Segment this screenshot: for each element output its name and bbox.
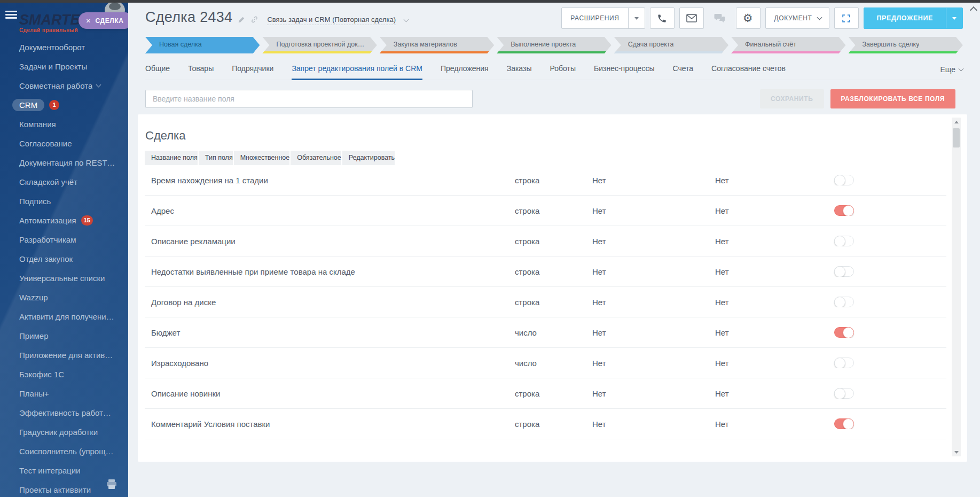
- sidebar-item[interactable]: Градусник доработки: [0, 422, 128, 441]
- sidebar-item[interactable]: Автоматизация 15: [0, 211, 128, 230]
- tab[interactable]: Общие: [145, 64, 170, 80]
- deal-stage[interactable]: Финальный счёт: [731, 37, 845, 53]
- field-required: Нет: [709, 267, 828, 276]
- dropdown-caret-icon[interactable]: [946, 17, 962, 20]
- field-type: число: [508, 359, 586, 368]
- sidebar-item[interactable]: Совместная работа: [0, 76, 128, 95]
- expand-button[interactable]: [834, 7, 859, 29]
- sidebar-item[interactable]: Пример: [0, 326, 128, 345]
- tab[interactable]: Подрядчики: [232, 64, 273, 80]
- field-multiple: Нет: [586, 420, 709, 429]
- edit-toggle[interactable]: [834, 236, 854, 246]
- sidebar-item[interactable]: Тест интеграции: [0, 461, 128, 480]
- sidebar-item[interactable]: Универсальные списки: [0, 268, 128, 288]
- tab[interactable]: Заказы: [507, 64, 532, 80]
- sidebar-item[interactable]: Согласование: [0, 134, 128, 153]
- field-type: строка: [508, 298, 586, 307]
- scrollbar-down-icon[interactable]: [952, 448, 961, 456]
- field-name: Израсходовано: [145, 359, 508, 368]
- stage-color-strip: [145, 51, 260, 53]
- sidebar-item[interactable]: Планы+: [0, 384, 128, 403]
- edit-pencil-icon[interactable]: [238, 16, 245, 24]
- tab-more[interactable]: Еще: [940, 65, 963, 80]
- sidebar-item[interactable]: Приложение для активити: [0, 345, 128, 364]
- phone-button[interactable]: [650, 7, 675, 29]
- sidebar-item[interactable]: Эффективность работы с...: [0, 403, 128, 422]
- envelope-icon: [686, 14, 697, 22]
- chat-button[interactable]: [709, 7, 731, 29]
- sidebar-item[interactable]: Wazzup: [0, 288, 128, 307]
- sidebar-item[interactable]: Бэкофис 1С: [0, 364, 128, 384]
- sidebar: SMARTБИ Сделай правильный × СДЕЛКА Докум…: [0, 0, 128, 497]
- edit-toggle[interactable]: [834, 327, 854, 338]
- field-name: Комментарий Условия поставки: [145, 420, 508, 429]
- close-icon[interactable]: ×: [86, 16, 91, 25]
- tab[interactable]: Товары: [188, 64, 214, 80]
- sidebar-item[interactable]: Документооборот: [0, 37, 128, 57]
- table-scrollbar[interactable]: [952, 118, 961, 456]
- save-button[interactable]: СОХРАНИТЬ: [760, 89, 824, 108]
- edit-toggle[interactable]: [834, 266, 854, 277]
- chevron-down-icon[interactable]: [404, 17, 409, 22]
- deal-slider-pill[interactable]: × СДЕЛКА: [79, 12, 128, 29]
- settings-button[interactable]: ⚙: [736, 7, 761, 29]
- related-link[interactable]: Связь задач и CRM (Повторная сделка): [267, 15, 396, 25]
- extensions-button[interactable]: РАСШИРЕНИЯ: [561, 7, 645, 29]
- sidebar-item[interactable]: Подпись: [0, 191, 128, 211]
- fields-table: Название поля Тип поля Множественное Обя…: [145, 151, 946, 439]
- deal-stage[interactable]: Закупка материалов: [380, 37, 494, 53]
- table-row: Комментарий Условия поставки строка Нет …: [145, 409, 946, 439]
- stage-color-strip: [380, 51, 494, 53]
- sidebar-item[interactable]: Задачи и Проекты: [0, 57, 128, 76]
- field-required: Нет: [709, 359, 828, 368]
- field-name: Недостатки выявленные при приеме товара …: [145, 267, 508, 276]
- tab[interactable]: Запрет редактирования полей в CRM: [292, 64, 422, 80]
- sidebar-item[interactable]: CRM 1: [0, 95, 128, 114]
- scrollbar-up-icon[interactable]: [952, 118, 961, 126]
- sidebar-item[interactable]: Складской учёт: [0, 172, 128, 191]
- edit-toggle[interactable]: [834, 175, 854, 185]
- sidebar-item[interactable]: Соисполнитель (упрощё...: [0, 441, 128, 461]
- tab[interactable]: Бизнес-процессы: [594, 64, 654, 80]
- field-type: число: [508, 328, 586, 337]
- deal-stage[interactable]: Новая сделка: [145, 37, 260, 53]
- sidebar-item[interactable]: Отдел закупок: [0, 249, 128, 268]
- edit-toggle[interactable]: [834, 388, 854, 399]
- sidebar-item[interactable]: Компания: [0, 114, 128, 134]
- dropdown-caret-icon[interactable]: [629, 17, 645, 20]
- table-row: Адрес строка Нет Нет: [145, 196, 946, 226]
- tab[interactable]: Предложения: [441, 64, 489, 80]
- unlock-all-button[interactable]: РАЗБЛОКИРОВАТЬ ВСЕ ПОЛЯ: [830, 89, 956, 108]
- scrollbar-thumb[interactable]: [953, 128, 960, 147]
- edit-toggle[interactable]: [834, 297, 854, 307]
- proposal-button[interactable]: ПРЕДЛОЖЕНИЕ: [864, 7, 963, 29]
- field-multiple: Нет: [586, 267, 709, 276]
- field-required: Нет: [709, 206, 828, 215]
- document-button[interactable]: ДОКУМЕНТ: [765, 7, 829, 29]
- deal-stage[interactable]: Сдача проекта: [614, 37, 728, 53]
- edit-toggle[interactable]: [834, 418, 854, 429]
- chat-icon: [714, 13, 725, 24]
- hamburger-menu-icon[interactable]: [5, 11, 17, 19]
- edit-toggle[interactable]: [834, 205, 854, 216]
- sidebar-item[interactable]: Активити для получения...: [0, 307, 128, 326]
- deal-stage[interactable]: Выполнение проекта: [497, 37, 611, 53]
- edit-toggle[interactable]: [834, 358, 854, 368]
- email-button[interactable]: [679, 7, 704, 29]
- tab[interactable]: Согласование счетов: [711, 64, 786, 80]
- sidebar-item[interactable]: Документация по REST A...: [0, 153, 128, 172]
- tab[interactable]: Роботы: [550, 64, 575, 80]
- link-icon[interactable]: [250, 15, 258, 24]
- tab[interactable]: Счета: [672, 64, 693, 80]
- field-name: Договор на диске: [145, 298, 508, 307]
- sidebar-item[interactable]: Разработчикам: [0, 230, 128, 249]
- field-type: строка: [508, 237, 586, 246]
- table-row: Описание новинки строка Нет Нет: [145, 378, 946, 409]
- field-search-input[interactable]: [145, 90, 473, 108]
- table-row: Описание рекламации строка Нет Нет: [145, 226, 946, 257]
- printer-icon[interactable]: [106, 479, 117, 490]
- deal-stage[interactable]: Подготовка проектной документ...: [262, 37, 377, 53]
- field-multiple: Нет: [586, 328, 709, 337]
- deal-stage[interactable]: Завершить сделку: [849, 37, 963, 53]
- tab-bar: Общие Товары Подрядчики Запрет редактиро…: [145, 64, 963, 80]
